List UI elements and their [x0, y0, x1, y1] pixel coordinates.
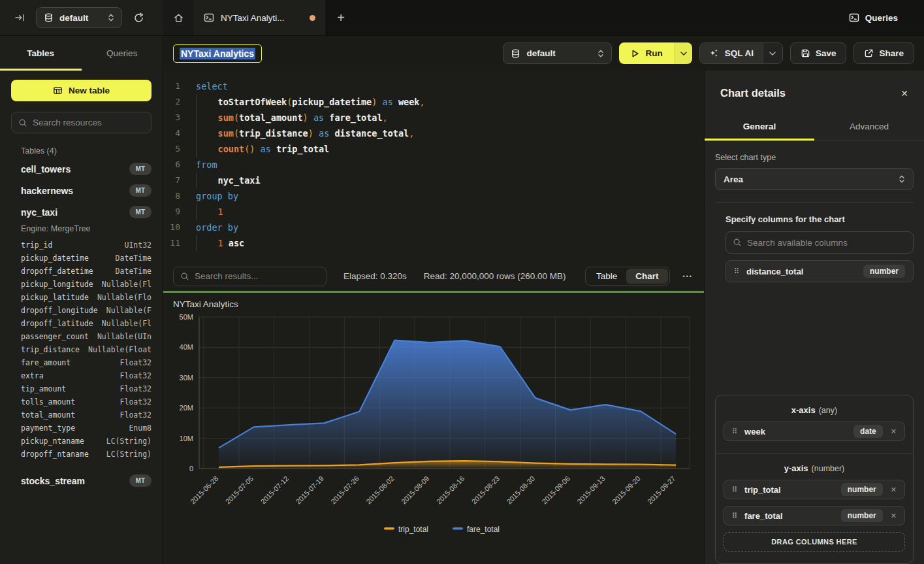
share-button[interactable]: Share	[853, 42, 914, 64]
column-row: total_amountFloat32	[11, 408, 151, 422]
svg-text:2015-08-09: 2015-08-09	[400, 474, 431, 506]
area-chart[interactable]: 010M20M30M40M50M2015-06-282015-07-052015…	[163, 312, 704, 555]
chart-details-tabs: General Advanced	[705, 112, 924, 141]
column-chip[interactable]: ⠿weekdate✕	[724, 422, 905, 441]
drag-handle-icon[interactable]: ⠿	[732, 427, 737, 436]
column-row: dropoff_latitudeNullable(Fl	[11, 317, 151, 330]
column-name: pickup_ntaname	[21, 437, 84, 446]
table-row[interactable]: nyc_taxiMT	[11, 201, 151, 223]
results-search[interactable]	[173, 267, 327, 286]
remove-column-icon[interactable]: ✕	[891, 486, 897, 494]
svg-text:0: 0	[189, 465, 193, 473]
column-chip-name: fare_total	[744, 511, 783, 521]
sidebar-tab-tables-label: Tables	[27, 48, 54, 58]
line-number: 3	[163, 110, 180, 125]
queries-button[interactable]: Queries	[849, 12, 898, 23]
code-line[interactable]: 3 sum(total_amount) as fare_total,	[163, 110, 704, 125]
save-button[interactable]: Save	[790, 42, 847, 64]
code-line[interactable]: 11 1 asc	[163, 235, 704, 251]
remove-column-icon[interactable]: ✕	[891, 512, 897, 520]
table-row[interactable]: cell_towersMT	[11, 158, 151, 180]
refresh-icon[interactable]	[133, 12, 144, 24]
editor-header: NYTaxi Analytics default Run	[163, 36, 924, 71]
line-content: count() as trip_total	[180, 141, 329, 157]
run-button[interactable]: Run	[619, 42, 674, 64]
chart-canvas[interactable]: 010M20M30M40M50M2015-06-282015-07-052015…	[163, 312, 704, 564]
column-row: dropoff_datetimeDateTime	[11, 265, 151, 278]
column-type: Float32	[120, 371, 151, 380]
code-line[interactable]: 1select	[163, 78, 704, 94]
run-database-selector[interactable]: default	[503, 42, 612, 64]
chart-type-select[interactable]: Area	[715, 168, 914, 190]
line-number: 9	[163, 204, 180, 220]
column-chip[interactable]: ⠿distance_totalnumber	[725, 260, 914, 282]
sql-ai-button[interactable]: SQL AI	[700, 43, 763, 63]
tab-advanced[interactable]: Advanced	[814, 112, 924, 141]
sql-ai-dropdown[interactable]	[763, 43, 782, 63]
column-chip[interactable]: ⠿fare_totalnumber✕	[724, 506, 905, 525]
code-line[interactable]: 8group by	[163, 188, 704, 204]
columns-search[interactable]	[725, 231, 914, 254]
y-axis-chips: ⠿trip_totalnumber✕⠿fare_totalnumber✕	[724, 480, 905, 525]
column-name: pickup_latitude	[21, 293, 89, 302]
drag-handle-icon[interactable]: ⠿	[734, 267, 739, 276]
sql-editor[interactable]: 1select2 toStartOfWeek(pickup_datetime) …	[163, 71, 704, 261]
line-content: toStartOfWeek(pickup_datetime) as week,	[180, 94, 425, 110]
database-icon	[511, 48, 520, 59]
view-toggle-chart[interactable]: Chart	[626, 269, 667, 284]
column-type: Nullable(Fl	[102, 280, 151, 289]
new-tab-button[interactable]: +	[325, 0, 357, 35]
drag-handle-icon[interactable]: ⠿	[732, 486, 737, 494]
code-line[interactable]: 10order by	[163, 220, 704, 235]
drag-handle-icon[interactable]: ⠿	[732, 512, 737, 520]
query-title-input[interactable]: NYTaxi Analytics	[173, 44, 262, 63]
column-type: Float32	[120, 410, 151, 420]
column-chip[interactable]: ⠿trip_totalnumber✕	[724, 480, 905, 499]
column-type: Float32	[120, 397, 151, 406]
chevron-updown-icon	[899, 174, 905, 184]
column-list: trip_idUInt32pickup_datetimeDateTimedrop…	[11, 239, 151, 461]
sidebar-search-input[interactable]	[33, 118, 144, 127]
sidebar-tab-tables[interactable]: Tables	[0, 36, 82, 71]
view-toggle-table[interactable]: Table	[587, 269, 626, 284]
table-name: stocks_stream	[21, 476, 85, 486]
column-chip-name: week	[744, 427, 765, 437]
search-icon	[180, 272, 189, 281]
code-line[interactable]: 9 1	[163, 204, 704, 220]
new-table-button[interactable]: New table	[11, 80, 151, 101]
results-search-input[interactable]	[195, 271, 319, 281]
tab-strip: NYTaxi Analyti... +	[163, 0, 849, 35]
tab-advanced-label: Advanced	[850, 122, 889, 131]
table-name: hackernews	[21, 186, 73, 196]
more-options-icon[interactable]: •••	[682, 271, 694, 282]
code-line[interactable]: 7 nyc_taxi	[163, 173, 704, 188]
table-row[interactable]: hackernewsMT	[11, 180, 151, 201]
code-line[interactable]: 2 toStartOfWeek(pickup_datetime) as week…	[163, 94, 704, 110]
tab-query[interactable]: NYTaxi Analyti...	[195, 0, 325, 35]
code-line[interactable]: 5 count() as trip_total	[163, 141, 704, 157]
sidebar-search[interactable]	[11, 112, 151, 133]
tab-general[interactable]: General	[705, 112, 814, 141]
sparkles-icon	[709, 48, 719, 58]
column-name: dropoff_latitude	[21, 319, 93, 328]
sql-ai-button-group: SQL AI	[699, 42, 783, 64]
table-grid-icon	[53, 86, 63, 95]
column-row: trip_distanceNullable(Float	[11, 343, 151, 356]
database-selector[interactable]: default	[36, 7, 122, 28]
column-type: Nullable(UIn	[97, 332, 151, 341]
close-icon[interactable]: ✕	[900, 88, 908, 99]
sidebar-tab-queries[interactable]: Queries	[82, 36, 163, 71]
tab-home[interactable]	[163, 0, 195, 35]
column-name: fare_amount	[21, 358, 71, 367]
svg-text:2015-09-27: 2015-09-27	[646, 474, 677, 506]
columns-subsection-title: Specify columns for the chart	[725, 214, 914, 224]
remove-column-icon[interactable]: ✕	[891, 427, 897, 436]
code-line[interactable]: 4 sum(trip_distance) as distance_total,	[163, 125, 704, 141]
column-type-badge: number	[841, 509, 883, 522]
drop-zone[interactable]: DRAG COLUMNS HERE	[724, 532, 905, 552]
code-line[interactable]: 6from	[163, 157, 704, 173]
table-row[interactable]: stocks_streamMT	[11, 470, 151, 491]
run-options-dropdown[interactable]	[675, 42, 692, 64]
collapse-sidebar-icon[interactable]	[14, 12, 25, 23]
columns-search-input[interactable]	[747, 238, 906, 248]
